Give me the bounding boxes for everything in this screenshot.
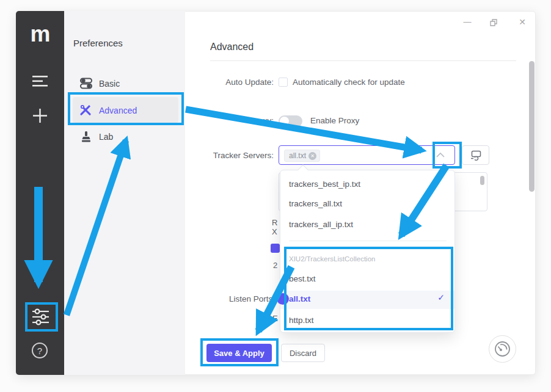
tag-close-icon[interactable]: ✕ <box>308 152 316 160</box>
listen-ports-label: Listen Ports: <box>202 294 275 303</box>
occluded-text-fragment: E <box>272 314 278 323</box>
occluded-text-fragment: 2 <box>273 261 277 270</box>
auto-update-checkbox-label[interactable]: Automatically check for update <box>293 78 405 87</box>
sync-icon <box>470 150 482 161</box>
check-icon: ✓ <box>437 292 445 302</box>
dropdown-option-selected[interactable]: all.txt <box>289 294 310 303</box>
minimize-icon: — <box>464 17 472 26</box>
dropdown-option[interactable]: trackers_all.txt <box>289 199 342 208</box>
sidebar-item-lab[interactable]: Lab <box>99 132 113 142</box>
add-task-icon[interactable] <box>32 107 48 126</box>
help-button[interactable]: ? <box>32 343 48 358</box>
dropdown-divider <box>289 241 447 241</box>
motrix-logo-icon: m <box>29 22 52 46</box>
dropdown-option[interactable]: http.txt <box>289 316 314 325</box>
sync-trackers-button[interactable] <box>462 145 489 165</box>
question-mark-icon: ? <box>37 346 42 356</box>
toggle-knob <box>280 117 289 126</box>
dropdown-group-label: XIU2/TrackersListCollection <box>289 255 375 263</box>
tag-label: all.txt <box>289 151 306 160</box>
maximize-button[interactable] <box>489 18 498 29</box>
task-list-icon[interactable] <box>32 74 48 90</box>
screenshot-stage: — ✕ m ? Preferences <box>0 0 551 392</box>
basic-toggles-icon <box>80 78 92 92</box>
auto-update-label: Auto Update: <box>183 78 274 87</box>
sidebar-item-advanced-label[interactable]: Advanced <box>99 106 137 115</box>
preferences-title: Preferences <box>73 38 123 48</box>
chevron-up-icon[interactable] <box>435 151 446 159</box>
advanced-tools-icon <box>80 104 92 118</box>
proxy-toggle[interactable] <box>279 115 302 127</box>
proxy-label: Proxy: <box>183 116 274 125</box>
occluded-switch-fragment <box>277 293 289 305</box>
page-title: Advanced <box>210 42 254 53</box>
save-apply-button[interactable]: Save & Apply <box>206 344 272 362</box>
window-scrollbar-thumb[interactable] <box>529 61 535 192</box>
tracker-dropdown: trackers_best_ip.txt trackers_all.txt tr… <box>280 170 455 333</box>
lab-stamp-icon <box>81 131 92 145</box>
preferences-panel <box>64 11 185 375</box>
speed-limit-button[interactable] <box>489 335 516 363</box>
tracker-servers-label: Tracker Servers: <box>183 151 274 160</box>
speedometer-icon <box>494 340 511 358</box>
auto-update-checkbox[interactable] <box>279 78 288 87</box>
occluded-text-fragment: R <box>272 218 277 227</box>
sidebar-item-basic[interactable]: Basic <box>99 79 120 89</box>
selected-tracker-tag: all.txt ✕ <box>284 150 320 162</box>
restore-icon <box>489 18 498 27</box>
textarea-scroll-thumb[interactable] <box>480 176 484 185</box>
preferences-sliders-icon[interactable] <box>31 308 50 328</box>
close-button[interactable]: ✕ <box>517 17 528 27</box>
dropdown-option[interactable]: best.txt <box>289 274 316 283</box>
header-divider <box>210 60 516 61</box>
discard-button[interactable]: Discard <box>281 344 325 362</box>
minimize-button[interactable]: — <box>461 17 473 26</box>
dropdown-option[interactable]: trackers_best_ip.txt <box>289 180 360 189</box>
occluded-checkbox-fragment <box>271 244 280 253</box>
occluded-text-fragment: X <box>272 227 277 236</box>
tracker-servers-select[interactable]: all.txt ✕ <box>279 145 455 165</box>
proxy-toggle-label: Enable Proxy <box>310 116 359 125</box>
close-icon: ✕ <box>519 17 526 27</box>
dropdown-option[interactable]: trackers_all_ip.txt <box>289 220 353 229</box>
